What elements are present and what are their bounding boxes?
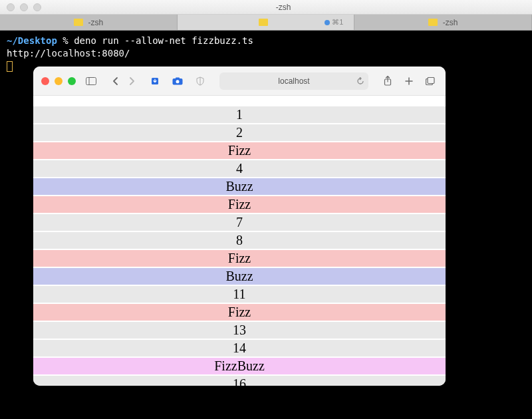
fizzbuzz-row: Fizz [33,196,446,213]
toolbar-right [380,74,438,88]
tab-label: -zsh [88,18,104,27]
tab-shortcut: ⌘1 [332,18,343,27]
terminal-line: ~/Desktop % deno run --allow-net fizzbuz… [7,35,525,47]
svg-rect-9 [428,77,434,83]
terminal-title: -zsh [41,3,525,12]
fizzbuzz-row: 16 [33,376,446,386]
share-icon[interactable] [380,74,395,88]
sidebar-toggle-icon[interactable] [84,74,98,88]
fizzbuzz-row: 7 [33,214,446,231]
terminal-tab-bar: -zsh ⌘1 -zsh [0,15,532,31]
close-icon[interactable] [7,3,15,11]
reload-icon[interactable] [356,77,364,85]
forward-button[interactable] [125,74,140,88]
nav-group [108,74,140,88]
activity-dot-icon [325,20,330,25]
fizzbuzz-row: Buzz [33,178,446,195]
terminal-tab[interactable]: -zsh [0,15,178,30]
download-icon[interactable] [148,74,162,88]
safari-traffic-lights [41,77,76,85]
fizzbuzz-row: 2 [33,124,446,141]
tab-label: -zsh [443,18,458,27]
terminal-output: http://localhost:8080/ [7,47,525,60]
fizzbuzz-row: Buzz [33,268,446,285]
fizzbuzz-row: 13 [33,322,446,339]
cursor-icon [7,61,13,72]
zoom-icon[interactable] [68,77,76,85]
svg-point-4 [176,80,180,83]
fizzbuzz-row: Fizz [33,142,446,159]
zoom-icon[interactable] [33,3,41,11]
terminal-tab-active[interactable]: ⌘1 [178,15,355,30]
shield-icon[interactable] [193,74,207,88]
new-tab-icon[interactable] [402,74,416,88]
prompt-path: ~/Desktop [7,35,57,46]
fizzbuzz-row: 14 [33,340,446,356]
folder-icon [428,19,438,26]
tabs-overview-icon[interactable] [423,74,438,88]
address-bar[interactable]: localhost [219,72,368,90]
fizzbuzz-row: Fizz [33,304,446,321]
minimize-icon[interactable] [55,77,63,85]
back-button[interactable] [108,74,122,88]
address-text: localhost [278,76,309,86]
safari-window: localhost 12Fizz4BuzzFizz78FizzBuzz11Fiz… [33,67,446,386]
fizzbuzz-row: 8 [33,232,446,249]
minimize-icon[interactable] [20,3,28,11]
safari-page-content[interactable]: 12Fizz4BuzzFizz78FizzBuzz11Fizz1314FizzB… [33,96,446,386]
terminal-tab[interactable]: -zsh [354,15,532,30]
svg-rect-5 [176,77,180,79]
fizzbuzz-row: 4 [33,160,446,177]
folder-icon [74,19,83,26]
svg-rect-0 [86,77,96,84]
terminal-titlebar: -zsh [0,0,532,15]
fizzbuzz-row: FizzBuzz [33,358,446,374]
safari-toolbar: localhost [33,67,446,96]
fizzbuzz-row: Fizz [33,250,446,267]
fizzbuzz-row: 1 [33,106,446,123]
camera-icon[interactable] [170,74,185,88]
prompt-symbol: % [63,35,74,46]
terminal-command: deno run --allow-net fizzbuzz.ts [74,35,253,46]
folder-icon [259,19,268,26]
fizzbuzz-row: 11 [33,286,446,303]
terminal-traffic-lights [7,3,41,11]
close-icon[interactable] [41,77,49,85]
